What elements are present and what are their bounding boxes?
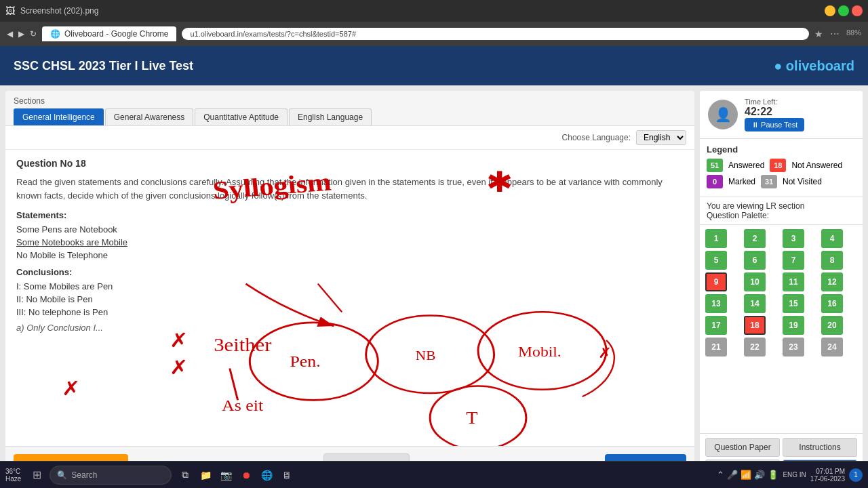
date-display: 17-06-2023 xyxy=(810,475,845,483)
wifi-icon[interactable]: 📶 xyxy=(741,470,751,480)
svg-text:✗: ✗ xyxy=(170,329,189,352)
conclusion-1: I: Some Mobiles are Pen xyxy=(16,281,684,291)
system-tray-expand[interactable]: ⌃ xyxy=(717,470,724,480)
question-number: Question No 18 xyxy=(16,158,684,169)
palette-num-1[interactable]: 1 xyxy=(705,229,727,248)
taskbar-icons: ⧉ 📁 📷 ⏺ 🌐 🖥 xyxy=(177,467,295,483)
not-answered-badge: 18 xyxy=(770,159,786,172)
volume-icon[interactable]: 🔊 xyxy=(754,470,765,480)
tab-general-awareness[interactable]: General Awareness xyxy=(105,108,194,125)
palette-num-6[interactable]: 6 xyxy=(744,251,766,270)
palette-num-8[interactable]: 8 xyxy=(821,251,843,270)
palette-num-16[interactable]: 16 xyxy=(821,294,843,313)
palette-num-21[interactable]: 21 xyxy=(705,338,727,357)
svg-text:As eit: As eit xyxy=(222,396,264,413)
svg-text:✗: ✗ xyxy=(170,357,189,379)
screen-icon[interactable]: 🖥 xyxy=(279,467,295,483)
palette-num-3[interactable]: 3 xyxy=(783,229,804,248)
question-text: Read the given statements and conclusion… xyxy=(16,176,684,202)
svg-text:T: T xyxy=(466,408,477,427)
file-explorer-icon[interactable]: 📁 xyxy=(197,467,214,483)
main-wrapper: SSC CHSL 2023 Tier I Live Test ● olivebo… xyxy=(0,46,868,488)
browser-icons: ★ ⋯ 88% xyxy=(814,28,861,39)
maximize-button[interactable] xyxy=(838,5,849,16)
palette-section: 1 2 3 4 5 6 7 8 9 10 11 12 13 14 15 16 1 xyxy=(700,225,863,433)
palette-num-20[interactable]: 20 xyxy=(821,316,843,335)
pause-button[interactable]: ⏸ Pause Test xyxy=(745,118,804,131)
ob-logo: ● oliveboard xyxy=(774,58,854,74)
palette-num-13[interactable]: 13 xyxy=(705,294,727,313)
palette-num-2[interactable]: 2 xyxy=(744,229,766,248)
record-icon[interactable]: ⏺ xyxy=(238,467,254,483)
content-row: Sections General Intelligence General Aw… xyxy=(0,85,868,488)
answered-badge: 51 xyxy=(707,159,723,172)
forward-icon[interactable]: ▶ xyxy=(18,29,24,39)
bookmark-icon[interactable]: ★ xyxy=(814,28,823,39)
palette-num-17[interactable]: 17 xyxy=(705,316,727,335)
question-panel: Sections General Intelligence General Aw… xyxy=(5,91,694,483)
legend-section: Legend 51 Answered 18 Not Answered 0 Mar… xyxy=(700,139,863,197)
back-icon[interactable]: ◀ xyxy=(7,29,13,39)
palette-num-7[interactable]: 7 xyxy=(783,251,804,270)
lang-indicator: ENG IN xyxy=(783,471,806,479)
svg-point-8 xyxy=(430,386,526,446)
minimize-button[interactable] xyxy=(825,5,835,16)
legend-answered: 51 Answered 18 Not Answered xyxy=(707,159,856,172)
palette-num-9[interactable]: 9 xyxy=(705,272,727,291)
time-value: 42:22 xyxy=(745,106,854,118)
legend-title: Legend xyxy=(707,144,856,155)
taskbar-search[interactable]: 🔍 Search xyxy=(50,466,172,485)
tab-quantitative-aptitude[interactable]: Quantitative Aptitude xyxy=(195,108,288,125)
palette-num-14[interactable]: 14 xyxy=(744,294,766,313)
palette-num-5[interactable]: 5 xyxy=(705,251,727,270)
palette-num-19[interactable]: 19 xyxy=(783,316,804,335)
start-button[interactable]: ⊞ xyxy=(26,465,47,485)
close-button[interactable] xyxy=(852,5,863,16)
weather-widget: 36°C Haze xyxy=(5,468,21,483)
svg-text:✗: ✗ xyxy=(598,345,611,361)
weather-desc: Haze xyxy=(5,475,21,483)
task-view-icon[interactable]: ⧉ xyxy=(177,467,193,483)
title-bar: 🖼 Screenshot (202).png xyxy=(0,0,868,22)
question-paper-button[interactable]: Question Paper xyxy=(705,438,780,457)
palette-num-11[interactable]: 11 xyxy=(783,272,804,291)
language-row: Choose Language: English Hindi xyxy=(5,126,694,150)
svg-text:Pen.: Pen. xyxy=(290,353,320,370)
palette-num-18[interactable]: 18 xyxy=(744,316,766,335)
search-icon: 🔍 xyxy=(57,470,67,480)
lr-viewing-text: You are viewing LR section xyxy=(707,201,856,211)
svg-text:3either: 3either xyxy=(214,334,272,354)
chrome-icon[interactable]: 🌐 xyxy=(258,467,275,483)
refresh-icon[interactable]: ↻ xyxy=(30,29,37,39)
notification-badge[interactable]: 1 xyxy=(849,468,863,482)
palette-num-24[interactable]: 24 xyxy=(821,338,843,357)
palette-num-10[interactable]: 10 xyxy=(744,272,766,291)
svg-text:Mobil.: Mobil. xyxy=(518,344,561,359)
conclusions-label: Conclusions: xyxy=(16,267,684,277)
svg-point-2 xyxy=(250,323,378,400)
section-tabs: General Intelligence General Awareness Q… xyxy=(14,108,686,125)
window-controls[interactable] xyxy=(825,5,863,16)
battery-icon[interactable]: 🔋 xyxy=(768,470,778,480)
language-select[interactable]: English Hindi xyxy=(636,130,686,145)
palette-num-4[interactable]: 4 xyxy=(821,229,843,248)
mic-icon[interactable]: 🎤 xyxy=(727,470,738,480)
tab-english-language[interactable]: English Language xyxy=(289,108,372,125)
address-bar[interactable]: u1.oliveboard.in/exams/tests/?c=chsl&tes… xyxy=(182,28,809,40)
timer-info: Time Left: 42:22 ⏸ Pause Test xyxy=(745,98,854,131)
palette-label: Question Palette: xyxy=(707,211,856,220)
tab-general-intelligence[interactable]: General Intelligence xyxy=(14,108,104,125)
palette-num-23[interactable]: 23 xyxy=(783,338,804,357)
instructions-button[interactable]: Instructions xyxy=(783,438,857,457)
palette-num-15[interactable]: 15 xyxy=(783,294,804,313)
marked-badge: 0 xyxy=(707,175,723,188)
taskbar: 36°C Haze ⊞ 🔍 Search ⧉ 📁 📷 ⏺ 🌐 🖥 ⌃ 🎤 📶 🔊… xyxy=(0,461,868,488)
menu-icon[interactable]: ⋯ xyxy=(830,28,840,39)
options-hint: a) Only Conclusion I... xyxy=(16,323,684,333)
statement-2: Some Notebooks are Mobile xyxy=(16,237,684,247)
palette-num-22[interactable]: 22 xyxy=(744,338,766,357)
palette-num-12[interactable]: 12 xyxy=(821,272,843,291)
zoom-level: 88% xyxy=(846,28,861,39)
camera-icon[interactable]: 📷 xyxy=(218,467,234,483)
browser-tab[interactable]: 🌐 Oliveboard - Google Chrome xyxy=(42,26,176,41)
